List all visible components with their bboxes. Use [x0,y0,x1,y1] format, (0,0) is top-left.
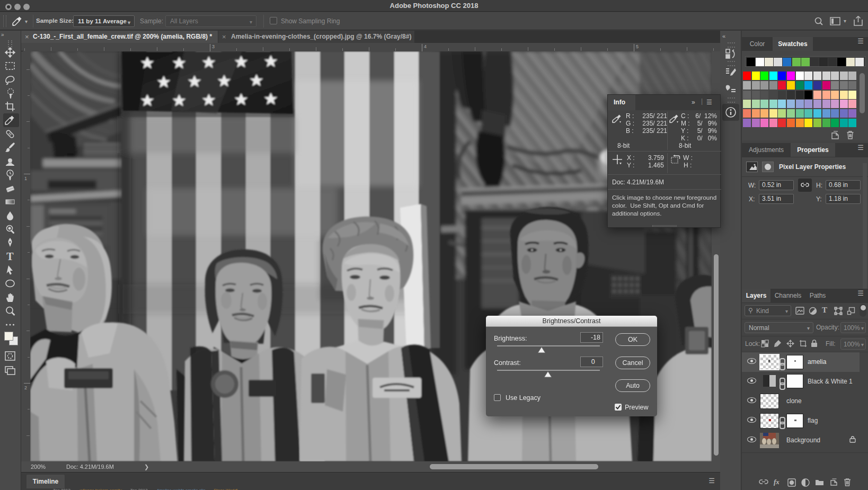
svg-text:4: 4 [424,44,427,49]
svg-text:5: 5 [636,44,639,49]
svg-text:1: 1 [24,176,27,181]
svg-text:3: 3 [212,44,215,49]
svg-text:T: T [6,251,14,262]
svg-text:2: 2 [24,385,27,390]
